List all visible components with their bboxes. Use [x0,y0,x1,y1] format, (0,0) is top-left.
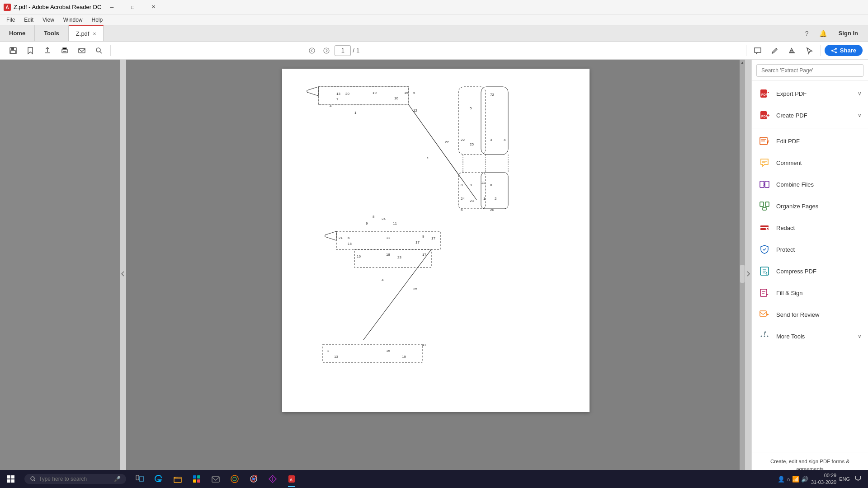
scrollbar[interactable]: ▲ ▼ [740,60,745,488]
menu-help[interactable]: Help [87,16,108,24]
tool-export-pdf[interactable]: PDF Export PDF ∨ [752,83,868,104]
upload-button[interactable] [40,43,55,58]
taskbar-app-edge[interactable] [150,470,168,488]
notifications-panel-button[interactable]: 🗨 [853,475,863,483]
scroll-thumb[interactable] [740,265,745,283]
clock[interactable]: 00:29 31-03-2020 [811,472,836,486]
tool-organize-pages[interactable]: Organize Pages [752,195,868,217]
help-button[interactable]: ? [800,27,814,40]
start-button[interactable] [0,470,22,488]
search-button[interactable] [91,43,107,58]
toolbar: / 1 Share [0,42,868,60]
create-pdf-arrow: ∨ [858,112,862,118]
svg-text:1: 1 [354,111,357,115]
tool-more-tools[interactable]: More Tools ∨ [752,325,868,347]
svg-text:15: 15 [404,91,408,95]
more-tools-arrow: ∨ [858,333,862,339]
menu-view[interactable]: View [38,16,59,24]
taskbar-app-mail[interactable] [207,470,225,488]
tool-redact[interactable]: Redact [752,217,868,239]
svg-rect-104 [760,311,766,316]
minimize-button[interactable]: ─ [101,0,122,14]
right-collapse-button[interactable] [745,60,751,488]
search-input[interactable] [756,64,863,77]
share-button[interactable]: Share [825,45,863,56]
menu-file[interactable]: File [2,16,19,24]
language-indicator[interactable]: ENG [839,476,850,482]
save-button[interactable] [5,43,21,58]
tray-network-icon[interactable]: ⌂ [787,476,790,483]
cursor-tool-button[interactable] [802,43,817,58]
left-collapse-button[interactable] [120,60,126,488]
svg-point-112 [31,477,34,480]
close-button[interactable]: ✕ [143,0,164,14]
export-pdf-icon: PDF [758,87,771,100]
svg-rect-97 [760,228,766,230]
taskbar-app-explorer[interactable] [169,470,187,488]
tab-close-button[interactable]: × [93,31,96,37]
email-button[interactable] [74,43,90,58]
notifications-button[interactable]: 🔔 [816,27,830,40]
scroll-up-button[interactable]: ▲ [741,61,744,65]
tray-wifi-icon[interactable]: 📶 [792,476,799,483]
svg-point-106 [764,336,765,337]
taskbar-search[interactable]: 🎤 [24,474,126,484]
system-tray: 👤 ⌂ 📶 🔊 00:29 31-03-2020 ENG 🗨 [778,472,868,486]
svg-text:A: A [5,5,9,10]
menu-edit[interactable]: Edit [19,16,38,24]
svg-text:20: 20 [490,208,494,212]
svg-rect-111 [11,479,14,483]
tool-create-pdf[interactable]: PDF Create PDF ∨ [752,104,868,126]
taskbar-app-cyberfox[interactable] [226,470,244,488]
tool-combine-files[interactable]: Combine Files [752,174,868,195]
pdf-scroll-area[interactable]: 13 20 7 19 15 10 5 4 1 12 22 ε [126,60,745,488]
taskbar-app-chrome[interactable] [245,470,263,488]
svg-text:9: 9 [470,183,472,187]
svg-text:3: 3 [490,138,492,142]
page-number-input[interactable] [335,45,351,56]
tool-protect[interactable]: Protect [752,239,868,260]
fill-sign-icon [758,286,771,299]
print-button[interactable] [57,43,72,58]
taskbar-app-taskview[interactable] [131,470,149,488]
bookmark-button[interactable] [23,43,38,58]
tray-people-icon[interactable]: 👤 [778,476,785,483]
next-page-button[interactable] [320,44,333,57]
svg-text:4: 4 [382,278,384,282]
tray-volume-icon[interactable]: 🔊 [801,476,808,483]
svg-rect-116 [193,475,196,479]
menu-window[interactable]: Window [59,16,87,24]
comment-label: Comment [776,160,802,166]
tab-tools[interactable]: Tools [35,25,69,41]
svg-text:25: 25 [413,287,417,291]
tool-send-for-review[interactable]: Send for Review [752,304,868,325]
tab-home[interactable]: Home [0,25,35,41]
comment-tool-button[interactable] [750,43,765,58]
redact-label: Redact [776,225,795,231]
taskbar-search-icon [30,476,36,482]
pdf-viewer-area[interactable]: 13 20 7 19 15 10 5 4 1 12 22 ε [126,60,745,488]
clock-time: 00:29 [811,472,836,479]
tool-comment[interactable]: Comment [752,152,868,174]
tool-edit-pdf[interactable]: Edit PDF [752,130,868,152]
svg-point-105 [761,336,762,337]
svg-text:2: 2 [495,197,497,201]
svg-rect-119 [197,479,200,483]
highlight-tool-button[interactable] [784,43,800,58]
svg-text:18: 18 [386,253,390,257]
tool-fill-sign[interactable]: Fill & Sign [752,282,868,304]
svg-text:9: 9 [422,235,425,239]
signin-button[interactable]: Sign In [832,28,864,38]
maximize-button[interactable]: □ [122,0,143,14]
tab-file[interactable]: Z.pdf × [69,25,104,41]
pen-tool-button[interactable] [767,43,783,58]
svg-rect-16 [318,87,409,105]
taskbar-search-input[interactable] [39,476,111,482]
tool-compress-pdf[interactable]: Compress PDF [752,260,868,282]
taskbar-app-unknown[interactable] [264,470,282,488]
taskbar-app-store[interactable] [188,470,206,488]
prev-page-button[interactable] [306,44,318,57]
mic-icon[interactable]: 🎤 [114,476,121,482]
title-bar: A Z.pdf - Adobe Acrobat Reader DC ─ □ ✕ [0,0,868,14]
taskbar-app-acrobat[interactable]: A [283,470,301,488]
